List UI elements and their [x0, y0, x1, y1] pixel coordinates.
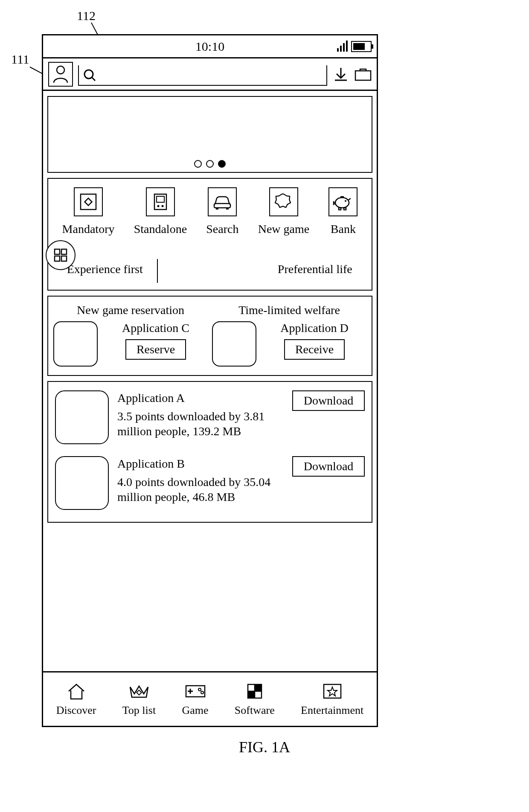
app-list-item[interactable]: Application B 4.0 points downloaded by 3…: [55, 456, 365, 510]
svg-rect-9: [157, 196, 164, 202]
category-label: Standalone: [134, 222, 187, 236]
app-name: Application C: [122, 321, 189, 335]
reservation-right: Time-limited welfare Application D Recei…: [212, 303, 366, 367]
svg-rect-7: [85, 198, 92, 206]
download-icon: [334, 67, 348, 81]
svg-rect-18: [344, 208, 346, 210]
nav-top-list[interactable]: Top list: [122, 682, 156, 717]
svg-rect-12: [214, 204, 230, 208]
svg-point-10: [157, 205, 159, 207]
reservation-title: New game reservation: [53, 303, 208, 317]
svg-marker-15: [275, 194, 291, 208]
svg-point-30: [201, 691, 203, 694]
car-icon: [208, 187, 237, 216]
nav-software[interactable]: Software: [235, 682, 275, 717]
callout-111: 111: [11, 52, 29, 67]
fab-all-categories[interactable]: [46, 240, 76, 270]
svg-rect-6: [81, 194, 96, 210]
svg-rect-21: [55, 249, 60, 254]
carousel-dot[interactable]: [206, 160, 214, 168]
phone-frame: 10:10: [42, 34, 378, 727]
nav-game[interactable]: Game: [182, 682, 208, 717]
download-button[interactable]: Download: [292, 390, 365, 411]
svg-rect-5: [355, 71, 371, 80]
svg-rect-25: [137, 690, 141, 695]
manage-button[interactable]: [355, 66, 372, 83]
svg-line-2: [92, 78, 95, 81]
svg-point-16: [335, 198, 349, 208]
downloads-button[interactable]: [332, 66, 349, 83]
app-name: Application D: [280, 321, 348, 335]
svg-point-20: [345, 200, 346, 202]
callout-112: 112: [77, 9, 96, 23]
download-button[interactable]: Download: [292, 456, 365, 477]
search-input[interactable]: [78, 65, 327, 86]
svg-rect-17: [339, 208, 341, 210]
category-label: Mandatory: [62, 222, 115, 236]
svg-rect-14: [226, 208, 229, 210]
svg-rect-22: [61, 249, 67, 254]
categories-panel: Mandatory Standalone: [47, 178, 372, 291]
crown-icon: [128, 682, 150, 701]
piggy-icon: [328, 187, 358, 216]
reservation-left: New game reservation Application C Reser…: [53, 303, 208, 367]
home-icon: [67, 682, 86, 701]
signal-icon: [337, 41, 348, 52]
carousel-dot[interactable]: [194, 160, 202, 168]
svg-rect-34: [255, 684, 262, 691]
category-label: Search: [206, 222, 238, 236]
reserve-button[interactable]: Reserve: [125, 339, 186, 360]
grid-icon: [247, 682, 263, 701]
app-list-item[interactable]: Application A 3.5 points downloaded by 3…: [55, 390, 365, 444]
app-detail: 4.0 points downloaded by 35.04 million p…: [117, 474, 284, 504]
svg-rect-23: [55, 256, 60, 261]
person-icon: [52, 65, 69, 84]
app-list-panel: Application A 3.5 points downloaded by 3…: [47, 381, 372, 523]
nav-discover[interactable]: Discover: [56, 682, 96, 717]
app-thumbnail[interactable]: [53, 321, 98, 367]
carousel-dots: [194, 160, 226, 168]
top-toolbar: [43, 58, 377, 91]
briefcase-icon: [355, 67, 372, 81]
carousel-dot-active[interactable]: [218, 160, 226, 168]
profile-button[interactable]: [48, 62, 73, 87]
battery-icon: [351, 41, 372, 52]
bottom-nav: Discover Top list Game: [43, 671, 377, 726]
badge-icon: [269, 187, 298, 216]
nav-label: Software: [235, 704, 275, 717]
gameboy-icon: [146, 187, 175, 216]
split-divider: [157, 259, 262, 283]
svg-rect-24: [61, 256, 67, 261]
nav-label: Top list: [122, 704, 156, 717]
category-mandatory[interactable]: Mandatory: [62, 187, 115, 236]
svg-point-11: [161, 205, 163, 207]
app-name: Application B: [117, 456, 284, 471]
svg-point-1: [84, 70, 93, 79]
nav-label: Game: [182, 704, 208, 717]
app-detail: 3.5 points downloaded by 3.81 million pe…: [117, 409, 284, 439]
app-name: Application A: [117, 390, 284, 405]
category-search[interactable]: Search: [206, 187, 238, 236]
app-thumbnail[interactable]: [212, 321, 256, 367]
tab-preferential-life[interactable]: Preferential life: [263, 259, 367, 283]
receive-button[interactable]: Receive: [284, 339, 345, 360]
app-thumbnail[interactable]: [55, 456, 109, 510]
category-label: New game: [258, 222, 310, 236]
carousel-banner[interactable]: [47, 96, 372, 173]
nav-label: Entertainment: [301, 704, 363, 717]
category-label: Bank: [331, 222, 356, 236]
app-thumbnail[interactable]: [55, 390, 109, 444]
svg-rect-13: [216, 208, 218, 210]
grid4-icon: [53, 247, 68, 263]
reservation-title: Time-limited welfare: [212, 303, 366, 317]
nav-entertainment[interactable]: Entertainment: [301, 682, 363, 717]
nav-label: Discover: [56, 704, 96, 717]
reservation-panel: New game reservation Application C Reser…: [47, 296, 372, 376]
status-bar: 10:10: [43, 35, 377, 58]
svg-rect-35: [248, 691, 255, 698]
category-bank[interactable]: Bank: [328, 187, 358, 236]
category-standalone[interactable]: Standalone: [134, 187, 187, 236]
status-time: 10:10: [195, 39, 224, 54]
category-new-game[interactable]: New game: [258, 187, 310, 236]
svg-point-0: [57, 66, 64, 74]
